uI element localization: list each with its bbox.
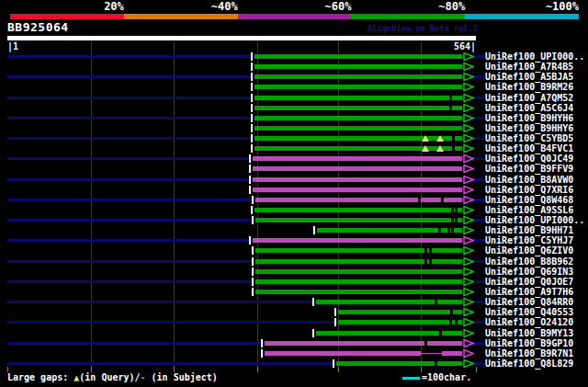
subject-label[interactable]: UniRef100_Q8L829 [485, 359, 573, 369]
alignment-arrow-icon[interactable] [463, 298, 474, 306]
alignment-arrow-icon[interactable] [463, 83, 474, 91]
alignment-bar[interactable] [253, 166, 462, 171]
subject-label[interactable]: UniRef100_Q8W468 [485, 195, 573, 205]
alignment-bar[interactable] [338, 310, 462, 314]
subject-label[interactable]: UniRef100_B9HHY6 [485, 123, 573, 133]
subject-label[interactable]: UniRef100_A9SSL6 [485, 205, 573, 215]
alignment-bar[interactable] [265, 341, 462, 346]
subject-label[interactable]: UniRef100_B9HYH6 [485, 113, 573, 123]
subject-label[interactable]: UniRef100_Q7XRI6 [485, 185, 573, 195]
alignment-bar[interactable] [254, 146, 462, 151]
alignment-arrow-icon[interactable] [463, 308, 474, 316]
subject-gap-notch [429, 259, 432, 264]
alignment-arrow-icon[interactable] [463, 114, 474, 122]
alignment-bar[interactable] [254, 96, 462, 100]
subject-gap-notch [429, 248, 432, 253]
alignment-arrow-icon[interactable] [463, 267, 474, 276]
subject-label[interactable]: UniRef100_Q40553 [485, 307, 573, 317]
query-gap-triangle-icon [422, 145, 429, 152]
subject-label[interactable]: UniRef100_Q6ZIV0 [485, 245, 573, 256]
alignment-arrow-icon[interactable] [463, 246, 474, 255]
alignment-bar[interactable] [442, 351, 462, 356]
alignment-arrow-icon[interactable] [463, 257, 474, 266]
alignment-start-marker [312, 329, 314, 337]
alignment-arrow-icon[interactable] [463, 349, 474, 358]
alignment-bar[interactable] [255, 290, 462, 294]
alignment-arrow-icon[interactable] [463, 196, 474, 204]
alignment-arrow-icon[interactable] [463, 216, 474, 224]
alignment-arrow-icon[interactable] [463, 206, 474, 214]
alignment-bar[interactable] [254, 106, 462, 110]
alignment-arrow-icon[interactable] [463, 165, 474, 173]
subject-label[interactable]: UniRef100_UPI000.. [485, 51, 584, 62]
alignment-arrow-icon[interactable] [463, 288, 474, 296]
subject-label[interactable]: UniRef100_A5BJA5 [485, 72, 573, 82]
subject-label[interactable]: UniRef100_B8B962 [485, 256, 573, 267]
alignment-arrow-icon[interactable] [463, 329, 474, 337]
alignment-bar[interactable] [253, 188, 462, 192]
alignment-bar[interactable] [254, 208, 462, 212]
alignment-row: UniRef100_B9HH71 [0, 225, 588, 235]
alignment-bar[interactable] [254, 85, 462, 89]
alignment-arrow-icon[interactable] [463, 318, 474, 326]
subject-label[interactable]: UniRef100_B9R7N1 [485, 348, 573, 359]
alignment-bar[interactable] [254, 74, 462, 79]
subject-label[interactable]: UniRef100_B9HH71 [485, 225, 573, 235]
alignment-bar[interactable] [254, 116, 462, 120]
alignment-arrow-icon[interactable] [463, 73, 474, 81]
subject-label[interactable]: UniRef100_C5YBD5 [485, 133, 573, 143]
alignment-arrow-icon[interactable] [463, 236, 474, 245]
alignment-bar[interactable] [255, 279, 462, 284]
alignment-arrow-icon[interactable] [463, 176, 474, 184]
subject-label[interactable]: UniRef100_C5YHJ7 [485, 235, 573, 245]
subject-label[interactable]: UniRef100_A7QM52 [485, 93, 573, 103]
alignment-bar[interactable] [253, 156, 462, 161]
alignment-bar[interactable] [254, 136, 462, 141]
alignment-arrow-icon[interactable] [463, 186, 474, 194]
subject-label[interactable]: UniRef100_UPI000.. [485, 215, 584, 225]
subject-label[interactable]: UniRef100_B9GP10 [485, 338, 573, 348]
subject-label[interactable]: UniRef100_B9FFV9 [485, 164, 573, 174]
alignment-bar[interactable] [254, 126, 462, 131]
alignment-bar[interactable] [255, 218, 462, 222]
subject-label[interactable]: UniRef100_Q0JC49 [485, 154, 573, 164]
alignment-arrow-icon[interactable] [463, 144, 474, 153]
subject-label[interactable]: UniRef100_A5C6J4 [485, 103, 573, 113]
subject-label[interactable]: UniRef100_Q0JOE7 [485, 277, 573, 287]
alignment-arrow-icon[interactable] [463, 124, 474, 132]
alignment-bar[interactable] [255, 198, 462, 202]
subject-label[interactable]: UniRef100_A7R4B5 [485, 62, 573, 72]
alignment-arrow-icon[interactable] [463, 339, 474, 347]
alignment-arrow-icon[interactable] [463, 63, 474, 71]
alignment-arrow-icon[interactable] [463, 94, 474, 102]
alignment-bar[interactable] [265, 351, 421, 356]
alignment-bar[interactable] [338, 320, 462, 324]
subject-label[interactable]: UniRef100_O24120 [485, 317, 573, 327]
subject-label[interactable]: UniRef100_A9T7H6 [485, 287, 573, 297]
alignment-bar[interactable] [336, 361, 462, 366]
subject-label[interactable]: UniRef100_B8AVW0 [485, 175, 573, 185]
alignment-arrow-icon[interactable] [463, 52, 474, 61]
subject-gap-notch [424, 248, 427, 253]
alignment-bar[interactable] [254, 54, 462, 59]
alignment-arrow-icon[interactable] [463, 278, 474, 286]
alignment-arrow-icon[interactable] [463, 154, 474, 163]
alignment-arrow-icon[interactable] [463, 104, 474, 112]
subject-label[interactable]: UniRef100_Q84RR0 [485, 297, 573, 307]
alignment-arrow-icon[interactable] [463, 134, 474, 142]
subject-label[interactable]: UniRef100_Q69IN3 [485, 267, 573, 277]
subject-label[interactable]: UniRef100_B9MY13 [485, 328, 573, 338]
alignment-bar[interactable] [316, 300, 462, 304]
alignment-bar[interactable] [253, 177, 462, 182]
alignment-row: UniRef100_C5YBD5 [0, 133, 588, 143]
legend-subject-gap-text: (in Subject) [146, 372, 218, 382]
subject-label[interactable]: UniRef100_B9RM26 [485, 82, 573, 92]
alignment-bar[interactable] [254, 64, 462, 69]
alignment-arrow-icon[interactable] [463, 359, 474, 368]
subject-label[interactable]: UniRef100_B4FVC1 [485, 143, 573, 154]
alignment-bar[interactable] [253, 238, 462, 243]
alignment-row: UniRef100_B4FVC1 [0, 143, 588, 154]
alignment-arrow-icon[interactable] [463, 226, 474, 234]
subject-gap-notch [455, 320, 458, 324]
alignment-bar[interactable] [255, 269, 462, 274]
